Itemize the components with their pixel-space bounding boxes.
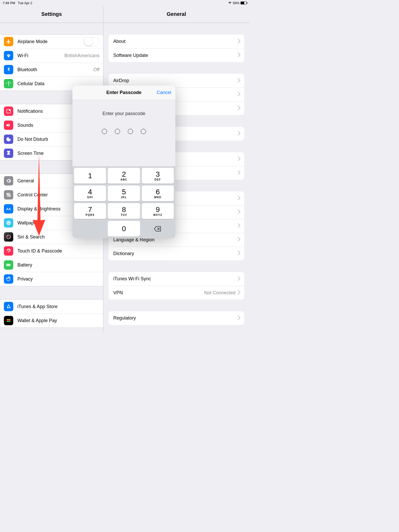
chevron-right-icon — [237, 250, 241, 257]
antenna-icon — [4, 79, 13, 88]
passcode-dot — [141, 129, 146, 134]
chevron-right-icon — [237, 170, 241, 176]
svg-point-12 — [7, 221, 8, 222]
key-1[interactable]: 1 — [74, 168, 106, 184]
row-label: About — [113, 39, 125, 44]
keypad: 12ABC3DEF4GHI5JKL6MNO7PQRS8TUV9WXYZ0 — [72, 166, 175, 238]
chevron-right-icon — [237, 209, 241, 215]
sidebar-row-touch-id-passcode[interactable]: Touch ID & Passcode — [0, 244, 103, 258]
row-label: Cellular Data — [17, 81, 44, 87]
chevron-right-icon — [237, 237, 241, 243]
main-row-about[interactable]: About — [109, 35, 244, 48]
key-2[interactable]: 2ABC — [108, 168, 140, 184]
key-blank — [74, 221, 106, 237]
row-label: Display & Brightness — [17, 206, 61, 212]
svg-point-14 — [7, 223, 8, 225]
key-8[interactable]: 8TUV — [108, 203, 140, 219]
wifi-icon — [228, 2, 232, 4]
passcode-dot — [102, 129, 107, 134]
svg-point-7 — [8, 222, 9, 224]
siri-icon — [4, 232, 13, 242]
sidebar-row-wallet-apple-pay[interactable]: Wallet & Apple Pay — [0, 314, 103, 328]
main-row-vpn[interactable]: VPNNot Connected — [109, 286, 244, 300]
status-time: 7:49 PM — [3, 1, 15, 5]
svg-rect-19 — [7, 264, 10, 265]
svg-rect-22 — [7, 321, 11, 322]
chevron-right-icon — [237, 195, 241, 202]
svg-point-8 — [8, 221, 9, 222]
key-0[interactable]: 0 — [108, 221, 140, 237]
row-label: Do Not Disturb — [17, 137, 48, 142]
row-label: Touch ID & Passcode — [17, 248, 62, 254]
status-date: Tue Apr 2 — [18, 1, 32, 5]
main-row-dictionary[interactable]: Dictionary — [109, 247, 244, 260]
svg-point-9 — [8, 224, 9, 225]
flower-icon — [4, 218, 13, 228]
sidebar-row-privacy[interactable]: Privacy — [0, 272, 103, 286]
svg-point-13 — [9, 221, 10, 222]
row-label: General — [17, 178, 34, 184]
svg-rect-21 — [7, 320, 11, 321]
row-label: Airplane Mode — [17, 39, 48, 44]
row-value: Not Connected — [204, 290, 235, 296]
chevron-right-icon — [237, 276, 241, 282]
main-title: General — [167, 11, 186, 17]
row-label: Siri & Search — [17, 234, 45, 240]
row-label: iTunes Wi-Fi Sync — [113, 276, 151, 282]
fingerprint-icon — [4, 246, 13, 256]
row-value: BritishAmericans — [64, 53, 99, 58]
chevron-right-icon — [237, 290, 241, 296]
svg-point-1 — [9, 110, 10, 111]
toggle[interactable] — [84, 37, 99, 46]
main-row-regulatory[interactable]: Regulatory — [109, 311, 244, 325]
chevron-right-icon — [237, 38, 241, 45]
passcode-dialog: Enter Passcode Cancel Enter your passcod… — [72, 85, 175, 238]
wallet-icon — [4, 316, 13, 325]
hand-icon — [4, 274, 13, 284]
row-label: Battery — [17, 262, 32, 268]
sidebar-title: Settings — [41, 11, 62, 17]
chevron-right-icon — [237, 315, 241, 321]
row-label: Wi-Fi — [17, 53, 28, 58]
sound-icon — [4, 121, 13, 130]
wifi-icon — [4, 51, 13, 60]
passcode-dot — [115, 129, 120, 134]
row-value: Off — [93, 67, 99, 72]
chevron-right-icon — [237, 156, 241, 162]
row-label: Bluetooth — [17, 67, 37, 72]
main-row-software-update[interactable]: Software Update — [109, 48, 244, 62]
main-row-itunes-wi-fi-sync[interactable]: iTunes Wi-Fi Sync — [109, 272, 244, 286]
svg-rect-18 — [10, 264, 11, 265]
moon-icon — [4, 135, 13, 144]
row-label: Regulatory — [113, 315, 136, 321]
gear-icon — [4, 176, 13, 185]
passcode-dots — [102, 129, 146, 134]
battery-icon — [4, 260, 13, 270]
sidebar-row-wi-fi[interactable]: Wi-FiBritishAmericans — [0, 49, 103, 63]
svg-rect-20 — [7, 319, 11, 320]
chevron-right-icon — [237, 223, 241, 229]
sidebar-row-itunes-app-store[interactable]: iTunes & App Store — [0, 300, 103, 314]
row-label: iTunes & App Store — [17, 304, 57, 309]
key-3[interactable]: 3DEF — [142, 168, 174, 184]
dialog-prompt: Enter your passcode — [102, 111, 145, 116]
sidebar-row-bluetooth[interactable]: BluetoothOff — [0, 63, 103, 77]
key-5[interactable]: 5JKL — [108, 185, 140, 201]
key-7[interactable]: 7PQRS — [74, 203, 106, 219]
chevron-right-icon — [237, 131, 241, 137]
sidebar-row-battery[interactable]: Battery — [0, 258, 103, 272]
appstore-icon — [4, 302, 13, 311]
svg-point-15 — [9, 223, 10, 225]
delete-key[interactable] — [142, 221, 174, 237]
sidebar-row-airplane-mode[interactable]: Airplane Mode — [0, 35, 103, 49]
svg-point-11 — [10, 222, 11, 224]
svg-point-10 — [6, 222, 8, 224]
row-label: Notifications — [17, 109, 43, 114]
key-9[interactable]: 9WXYZ — [142, 203, 174, 219]
key-4[interactable]: 4GHI — [74, 185, 106, 201]
airplane-icon — [4, 37, 13, 46]
cancel-button[interactable]: Cancel — [157, 90, 171, 95]
row-label: Wallpaper — [17, 220, 38, 226]
bluetooth-icon — [4, 65, 13, 74]
key-6[interactable]: 6MNO — [142, 185, 174, 201]
